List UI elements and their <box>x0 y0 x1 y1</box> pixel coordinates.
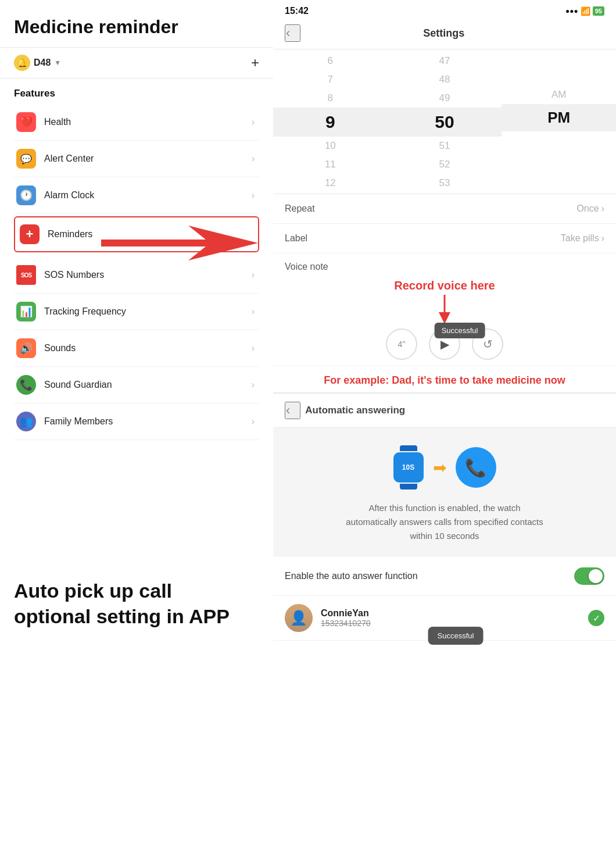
chevron-icon: › <box>252 153 255 164</box>
guardian-label: Sound Guardian <box>44 380 112 390</box>
device-label: D48 <box>34 58 51 68</box>
features-section: Features ❤️ Health › 💬 Alert Center › 🕐 … <box>0 78 273 445</box>
status-bar: 15:42 ●●● 📶 95 <box>273 0 616 20</box>
sidebar-item-family[interactable]: 👥 Family Members › <box>14 403 259 440</box>
sidebar-item-reminders[interactable]: + Reminders <box>14 216 259 252</box>
signal-icon: ●●● <box>565 7 578 15</box>
chevron-icon: › <box>252 270 255 280</box>
sidebar-item-tracking[interactable]: 📊 Tracking Frequency › <box>14 294 259 330</box>
repeat-row[interactable]: Repeat Once › <box>273 194 616 224</box>
ampm-column: AM PM <box>502 52 616 192</box>
contact-successful-tooltip: Successful <box>428 627 484 645</box>
chevron-icon: › <box>252 190 255 201</box>
successful-tooltip: Successful <box>435 323 485 338</box>
sidebar-item-sounds[interactable]: 🔊 Sounds › <box>14 330 259 367</box>
chevron-icon: › <box>252 117 255 127</box>
right-panel: 15:42 ●●● 📶 95 ‹ Settings 6 7 8 9 10 11 … <box>273 0 616 861</box>
contact-name: ConnieYan <box>321 608 588 619</box>
record-voice-arrow <box>433 295 456 324</box>
watch-phone-illustration: 10S ➡ 📞 <box>393 445 496 490</box>
contact-info: ConnieYan 15323410270 <box>321 608 588 628</box>
chevron-icon: › <box>252 306 255 317</box>
selected-ampm[interactable]: PM <box>502 104 616 131</box>
repeat-label: Repeat <box>285 203 315 214</box>
device-name[interactable]: 🔔 D48 ▼ <box>14 55 61 71</box>
duration-badge: 4'' <box>386 328 417 360</box>
sidebar-item-alert[interactable]: 💬 Alert Center › <box>14 141 259 177</box>
health-icon: ❤️ <box>16 112 36 132</box>
contact-row[interactable]: 👤 ConnieYan 15323410270 ✓ Successful <box>273 596 616 641</box>
chevron-icon: › <box>601 233 604 244</box>
voice-note-label: Voice note <box>285 262 604 272</box>
avatar-face: 👤 <box>285 604 313 632</box>
record-voice-text: Record voice here <box>394 279 495 292</box>
minutes-column: 47 48 49 50 51 52 53 <box>388 52 502 192</box>
status-icons: ●●● 📶 95 <box>565 6 604 16</box>
watch-strap-top <box>400 445 417 451</box>
contact-avatar: 👤 <box>285 604 313 632</box>
guardian-icon: 📞 <box>16 375 36 395</box>
family-icon: 👥 <box>16 412 36 431</box>
call-icon: 📞 <box>465 458 486 478</box>
sos-icon: SOS <box>16 265 36 285</box>
auto-back-button[interactable]: ‹ <box>285 402 300 419</box>
play-icon: ▶ <box>440 337 449 351</box>
battery-badge: 95 <box>593 6 604 16</box>
contact-check-icon: ✓ <box>588 610 604 626</box>
bottom-title: Auto pick up call optional setting in AP… <box>14 578 253 629</box>
chevron-icon: › <box>252 380 255 390</box>
sidebar-item-guardian[interactable]: 📞 Sound Guardian › <box>14 367 259 403</box>
selected-minute[interactable]: 50 <box>388 108 502 137</box>
device-bar: 🔔 D48 ▼ + <box>0 47 273 78</box>
label-label: Label <box>285 233 307 244</box>
alarm-icon: 🕐 <box>16 185 36 205</box>
voice-note-controls: Successful 4'' ▶ ↺ <box>285 328 604 360</box>
auto-answer-toggle[interactable] <box>574 567 604 585</box>
svg-marker-2 <box>439 312 450 324</box>
auto-answering-nav[interactable]: ‹ Automatic answering <box>273 393 616 428</box>
settings-nav: ‹ Settings <box>273 20 616 49</box>
reminders-icon: + <box>20 224 40 244</box>
sidebar-item-sos[interactable]: SOS SOS Numbers › <box>14 257 259 294</box>
watch-strap-bottom <box>400 484 417 490</box>
sos-label: SOS Numbers <box>44 270 104 280</box>
chevron-icon: › <box>601 203 604 214</box>
repeat-value: Once › <box>576 203 604 214</box>
back-button[interactable]: ‹ <box>285 24 300 42</box>
features-label: Features <box>14 88 259 99</box>
selected-hour[interactable]: 9 <box>273 108 388 137</box>
enable-auto-answer-row: Enable the auto answer function <box>273 557 616 596</box>
bottom-text: Auto pick up call optional setting in AP… <box>0 564 267 643</box>
sidebar-item-alarm[interactable]: 🕐 Alarm Clock › <box>14 177 259 214</box>
auto-answering-section: 10S ➡ 📞 After this function is enabled, … <box>273 428 616 557</box>
label-value: Take pills › <box>561 233 604 244</box>
voice-note-section: Voice note Record voice here Successful … <box>273 253 616 366</box>
watch-body: 10S <box>393 445 424 490</box>
nav-title: Settings <box>300 27 587 40</box>
tracking-label: Tracking Frequency <box>44 306 126 317</box>
family-label: Family Members <box>44 416 113 427</box>
chevron-icon: › <box>252 343 255 353</box>
sidebar-item-health[interactable]: ❤️ Health › <box>14 104 259 141</box>
sounds-icon: 🔊 <box>16 338 36 358</box>
status-time: 15:42 <box>285 6 309 16</box>
time-picker: 6 7 8 9 10 11 12 47 48 49 50 51 52 53 <box>273 49 616 194</box>
hours-column: 6 7 8 9 10 11 12 <box>273 52 388 192</box>
device-icon: 🔔 <box>14 55 30 71</box>
health-label: Health <box>44 117 71 127</box>
phone-call-icon: 📞 <box>456 447 496 488</box>
wifi-icon: 📶 <box>581 6 590 16</box>
voice-annotation: Record voice here <box>285 279 604 324</box>
left-panel: Medicine reminder 🔔 D48 ▼ + Features ❤️ … <box>0 0 273 861</box>
alert-label: Alert Center <box>44 153 94 164</box>
add-button[interactable]: + <box>251 55 259 71</box>
watch-screen: 10S <box>393 452 424 483</box>
auto-answer-description: After this function is enabled, the watc… <box>346 501 543 543</box>
example-text: For example: Dad, it's time to take medi… <box>273 366 616 393</box>
alert-icon: 💬 <box>16 149 36 169</box>
tracking-icon: 📊 <box>16 302 36 321</box>
label-row[interactable]: Label Take pills › <box>273 224 616 253</box>
sounds-label: Sounds <box>44 343 76 353</box>
example-annotation: For example: Dad, it's time to take medi… <box>285 373 604 388</box>
alarm-label: Alarm Clock <box>44 190 94 201</box>
